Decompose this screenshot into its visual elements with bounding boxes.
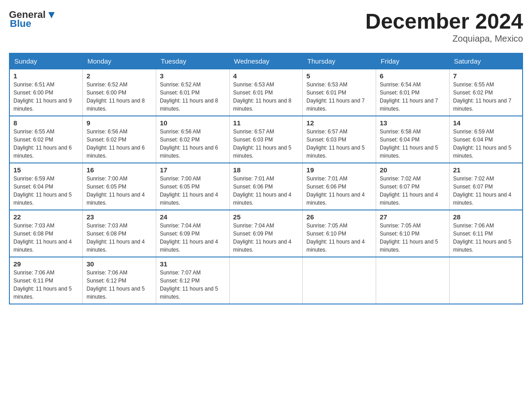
day-info: Sunrise: 7:05 AM Sunset: 6:10 PM Dayligh… (380, 222, 446, 254)
day-info: Sunrise: 6:59 AM Sunset: 6:04 PM Dayligh… (13, 175, 79, 207)
calendar-cell: 14 Sunrise: 6:59 AM Sunset: 6:04 PM Dayl… (449, 116, 523, 163)
calendar-cell (449, 257, 523, 304)
calendar-cell: 7 Sunrise: 6:55 AM Sunset: 6:02 PM Dayli… (449, 69, 523, 116)
day-number: 7 (453, 72, 519, 80)
col-monday: Monday (83, 53, 156, 69)
day-info: Sunrise: 6:53 AM Sunset: 6:01 PM Dayligh… (233, 81, 299, 113)
calendar-cell: 30 Sunrise: 7:06 AM Sunset: 6:12 PM Dayl… (83, 257, 156, 304)
day-number: 14 (453, 119, 519, 127)
calendar-week-row: 15 Sunrise: 6:59 AM Sunset: 6:04 PM Dayl… (9, 163, 523, 210)
day-info: Sunrise: 7:01 AM Sunset: 6:06 PM Dayligh… (306, 175, 372, 207)
day-info: Sunrise: 7:03 AM Sunset: 6:08 PM Dayligh… (13, 222, 79, 254)
calendar-cell: 6 Sunrise: 6:54 AM Sunset: 6:01 PM Dayli… (376, 69, 450, 116)
col-friday: Friday (376, 53, 450, 69)
location: Zoquiapa, Mexico (365, 34, 523, 44)
day-number: 3 (160, 72, 226, 80)
day-number: 4 (233, 72, 299, 80)
logo: General Blue (9, 9, 56, 30)
day-info: Sunrise: 7:01 AM Sunset: 6:06 PM Dayligh… (233, 175, 299, 207)
day-number: 23 (86, 213, 152, 221)
day-info: Sunrise: 6:54 AM Sunset: 6:01 PM Dayligh… (380, 81, 446, 113)
day-number: 10 (160, 119, 226, 127)
day-number: 11 (233, 119, 299, 127)
day-info: Sunrise: 6:56 AM Sunset: 6:02 PM Dayligh… (86, 128, 152, 160)
calendar-week-row: 1 Sunrise: 6:51 AM Sunset: 6:00 PM Dayli… (9, 69, 523, 116)
day-number: 17 (160, 166, 226, 174)
day-info: Sunrise: 6:55 AM Sunset: 6:02 PM Dayligh… (13, 128, 79, 160)
day-info: Sunrise: 7:00 AM Sunset: 6:05 PM Dayligh… (86, 175, 152, 207)
day-number: 6 (380, 72, 446, 80)
logo-triangle-icon (47, 10, 56, 20)
calendar-cell: 13 Sunrise: 6:58 AM Sunset: 6:04 PM Dayl… (376, 116, 450, 163)
calendar-cell: 21 Sunrise: 7:02 AM Sunset: 6:07 PM Dayl… (449, 163, 523, 210)
col-sunday: Sunday (9, 53, 83, 69)
day-number: 28 (453, 213, 519, 221)
day-info: Sunrise: 6:59 AM Sunset: 6:04 PM Dayligh… (453, 128, 519, 160)
day-number: 25 (233, 213, 299, 221)
day-info: Sunrise: 6:57 AM Sunset: 6:03 PM Dayligh… (306, 128, 372, 160)
calendar-cell: 22 Sunrise: 7:03 AM Sunset: 6:08 PM Dayl… (9, 210, 83, 257)
day-info: Sunrise: 6:56 AM Sunset: 6:02 PM Dayligh… (160, 128, 226, 160)
calendar-cell: 5 Sunrise: 6:53 AM Sunset: 6:01 PM Dayli… (303, 69, 376, 116)
calendar-cell: 23 Sunrise: 7:03 AM Sunset: 6:08 PM Dayl… (83, 210, 156, 257)
calendar-cell: 29 Sunrise: 7:06 AM Sunset: 6:11 PM Dayl… (9, 257, 83, 304)
calendar-cell: 17 Sunrise: 7:00 AM Sunset: 6:05 PM Dayl… (156, 163, 229, 210)
calendar-cell: 27 Sunrise: 7:05 AM Sunset: 6:10 PM Dayl… (376, 210, 450, 257)
day-number: 29 (13, 260, 79, 268)
day-number: 27 (380, 213, 446, 221)
calendar-cell (303, 257, 376, 304)
day-number: 13 (380, 119, 446, 127)
col-tuesday: Tuesday (156, 53, 229, 69)
day-info: Sunrise: 6:51 AM Sunset: 6:00 PM Dayligh… (13, 81, 79, 113)
col-thursday: Thursday (303, 53, 376, 69)
calendar-cell: 11 Sunrise: 6:57 AM Sunset: 6:03 PM Dayl… (229, 116, 303, 163)
calendar-cell: 15 Sunrise: 6:59 AM Sunset: 6:04 PM Dayl… (9, 163, 83, 210)
calendar-cell: 12 Sunrise: 6:57 AM Sunset: 6:03 PM Dayl… (303, 116, 376, 163)
day-number: 24 (160, 213, 226, 221)
day-number: 8 (13, 119, 79, 127)
calendar-body: 1 Sunrise: 6:51 AM Sunset: 6:00 PM Dayli… (9, 69, 523, 304)
calendar-cell: 4 Sunrise: 6:53 AM Sunset: 6:01 PM Dayli… (229, 69, 303, 116)
day-number: 30 (86, 260, 152, 268)
day-info: Sunrise: 7:07 AM Sunset: 6:12 PM Dayligh… (160, 269, 226, 301)
day-number: 9 (86, 119, 152, 127)
calendar-cell: 26 Sunrise: 7:05 AM Sunset: 6:10 PM Dayl… (303, 210, 376, 257)
calendar-cell: 8 Sunrise: 6:55 AM Sunset: 6:02 PM Dayli… (9, 116, 83, 163)
day-info: Sunrise: 7:02 AM Sunset: 6:07 PM Dayligh… (380, 175, 446, 207)
month-title: December 2024 (365, 9, 523, 34)
day-info: Sunrise: 7:04 AM Sunset: 6:09 PM Dayligh… (160, 222, 226, 254)
calendar-cell: 24 Sunrise: 7:04 AM Sunset: 6:09 PM Dayl… (156, 210, 229, 257)
calendar-cell (376, 257, 450, 304)
day-number: 22 (13, 213, 79, 221)
day-number: 19 (306, 166, 372, 174)
day-info: Sunrise: 6:58 AM Sunset: 6:04 PM Dayligh… (380, 128, 446, 160)
logo-blue-text: Blue (10, 18, 31, 30)
calendar-header: Sunday Monday Tuesday Wednesday Thursday… (9, 53, 523, 69)
calendar-cell: 10 Sunrise: 6:56 AM Sunset: 6:02 PM Dayl… (156, 116, 229, 163)
day-info: Sunrise: 6:57 AM Sunset: 6:03 PM Dayligh… (233, 128, 299, 160)
day-info: Sunrise: 7:05 AM Sunset: 6:10 PM Dayligh… (306, 222, 372, 254)
calendar-cell: 19 Sunrise: 7:01 AM Sunset: 6:06 PM Dayl… (303, 163, 376, 210)
calendar-cell (229, 257, 303, 304)
calendar-week-row: 29 Sunrise: 7:06 AM Sunset: 6:11 PM Dayl… (9, 257, 523, 304)
day-number: 12 (306, 119, 372, 127)
day-info: Sunrise: 6:52 AM Sunset: 6:00 PM Dayligh… (86, 81, 152, 113)
calendar-week-row: 22 Sunrise: 7:03 AM Sunset: 6:08 PM Dayl… (9, 210, 523, 257)
day-number: 21 (453, 166, 519, 174)
calendar-week-row: 8 Sunrise: 6:55 AM Sunset: 6:02 PM Dayli… (9, 116, 523, 163)
day-info: Sunrise: 7:06 AM Sunset: 6:12 PM Dayligh… (86, 269, 152, 301)
calendar-cell: 9 Sunrise: 6:56 AM Sunset: 6:02 PM Dayli… (83, 116, 156, 163)
calendar-cell: 20 Sunrise: 7:02 AM Sunset: 6:07 PM Dayl… (376, 163, 450, 210)
calendar-cell: 25 Sunrise: 7:04 AM Sunset: 6:09 PM Dayl… (229, 210, 303, 257)
col-saturday: Saturday (449, 53, 523, 69)
calendar-cell: 28 Sunrise: 7:06 AM Sunset: 6:11 PM Dayl… (449, 210, 523, 257)
col-wednesday: Wednesday (229, 53, 303, 69)
calendar-cell: 3 Sunrise: 6:52 AM Sunset: 6:01 PM Dayli… (156, 69, 229, 116)
header-row: Sunday Monday Tuesday Wednesday Thursday… (9, 53, 523, 69)
day-number: 20 (380, 166, 446, 174)
day-number: 1 (13, 72, 79, 80)
day-number: 31 (160, 260, 226, 268)
svg-marker-0 (48, 12, 55, 18)
calendar-cell: 16 Sunrise: 7:00 AM Sunset: 6:05 PM Dayl… (83, 163, 156, 210)
calendar-cell: 1 Sunrise: 6:51 AM Sunset: 6:00 PM Dayli… (9, 69, 83, 116)
